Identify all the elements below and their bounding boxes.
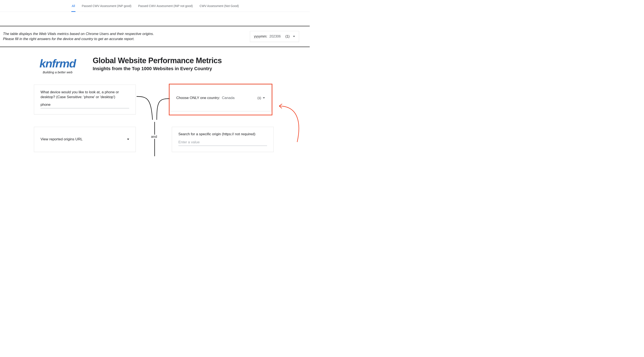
logo: knfrmd Building a better web [40,53,76,74]
url-select-label: View reported origins URL [40,137,82,141]
origin-card: Search for a specific origin (https:// n… [172,127,274,152]
tab-bar: All Passed CWV Assessment (INP good) Pas… [0,0,310,12]
origin-question: Search for a specific origin (https:// n… [178,132,267,136]
date-value: 202306 [270,34,281,38]
banner: knfrmd Building a better web Global Webs… [0,47,310,80]
date-count: (1) [285,34,290,38]
url-card[interactable]: View reported origins URL [34,127,136,152]
tab-passed-inp-good[interactable]: Passed CWV Assessment (INP good) [78,0,135,12]
tab-all[interactable]: All [68,0,78,12]
date-selector[interactable]: yyyymm: 202306 (1) [250,31,299,42]
chevron-down-icon [263,97,265,99]
device-question: What device would you like to look at, a… [40,90,129,100]
page-subtitle: Insights from the Top 1000 Websites in E… [93,66,222,71]
country-card[interactable]: Choose ONLY one country: Canada (1) [170,85,272,111]
origin-input[interactable] [178,139,267,146]
country-label: Choose ONLY one country: [176,96,220,100]
logo-text: knfrmd [40,53,76,69]
header-line-2: Please fill in the right answers for the… [3,36,154,41]
header-description: The table displays the Web Vitals metric… [3,31,154,41]
titles: Global Website Performance Metrics Insig… [93,56,222,71]
country-value: Canada [222,96,234,100]
logo-tagline: Building a better web [43,70,72,74]
page-title: Global Website Performance Metrics [93,56,222,65]
country-count: (1) [258,96,261,100]
device-card: What device would you like to look at, a… [34,85,136,114]
date-label: yyyymm: [254,34,267,38]
tab-cwv-not-good[interactable]: CWV Assessment (Not Good) [196,0,242,12]
device-input[interactable] [40,102,129,108]
tab-passed-inp-not-good[interactable]: Passed CWV Assessment (INP not good) [135,0,196,12]
header-section: The table displays the Web Vitals metric… [0,26,310,47]
chevron-down-icon [293,36,295,37]
header-line-1: The table displays the Web Vitals metric… [3,31,154,36]
chevron-down-icon [127,139,129,140]
